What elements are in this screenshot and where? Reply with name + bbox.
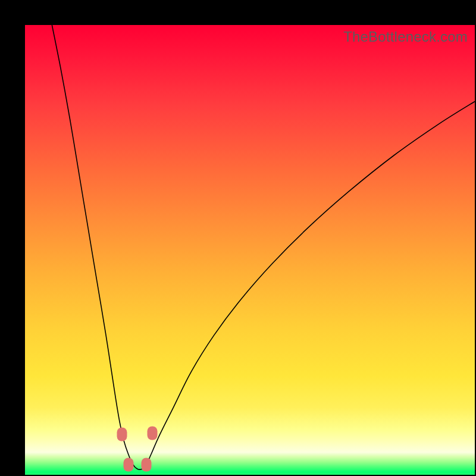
plot-area: TheBottleneck.com — [25, 25, 475, 475]
curve-marker — [142, 458, 152, 472]
baseline — [25, 473, 475, 475]
watermark-text: TheBottleneck.com — [343, 29, 468, 45]
curve-svg — [25, 25, 475, 475]
curve-marker — [123, 458, 133, 472]
chart-frame: TheBottleneck.com — [0, 0, 476, 476]
bottleneck-curve — [52, 25, 475, 469]
curve-marker — [147, 427, 157, 440]
curve-marker — [117, 427, 127, 441]
